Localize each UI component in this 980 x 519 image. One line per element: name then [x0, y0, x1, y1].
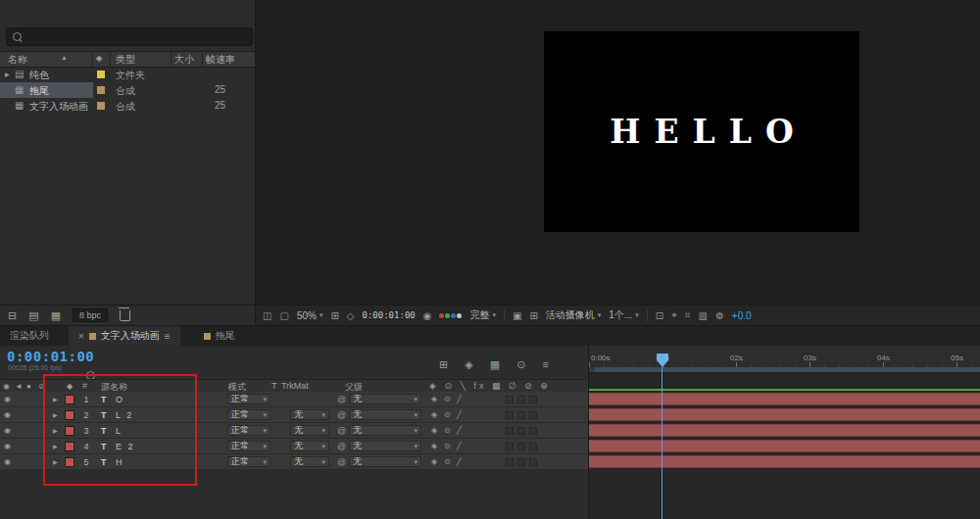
- sort-ascending-icon[interactable]: ▲: [61, 54, 68, 61]
- layer-name[interactable]: H: [116, 457, 124, 467]
- region-of-interest-icon[interactable]: ▣: [513, 310, 521, 321]
- column-type[interactable]: 类型: [116, 53, 135, 67]
- switch-box[interactable]: [506, 396, 514, 403]
- disclosure-icon[interactable]: ▶: [5, 71, 10, 77]
- layer-duration-bar[interactable]: [589, 424, 980, 437]
- layer-row-1[interactable]: ◉ ▶ 1 T O 正常▾ @ 无▾ ◈ ⊙ ╱: [0, 392, 588, 407]
- exposure-gear-icon[interactable]: ⚙: [715, 310, 724, 321]
- pickwhip-icon[interactable]: @: [337, 442, 346, 451]
- switch-box[interactable]: [529, 458, 537, 466]
- column-framerate[interactable]: 帧速率: [206, 53, 235, 67]
- parent-dropdown[interactable]: 无▾: [349, 441, 421, 451]
- visibility-eye-icon[interactable]: ◉: [4, 457, 11, 466]
- layer-color-chip[interactable]: [65, 410, 74, 420]
- timeline-panel-icon[interactable]: ▥: [698, 310, 707, 321]
- label-color-chip[interactable]: [97, 71, 105, 78]
- track-row-1[interactable]: [589, 392, 980, 407]
- layer-color-chip[interactable]: [65, 426, 74, 436]
- quality-icon[interactable]: ╱: [457, 426, 462, 435]
- fast-preview-icon[interactable]: ⌖: [671, 309, 677, 321]
- tab-text-entrance-animation[interactable]: × 文字入场动画 ≡: [69, 326, 180, 346]
- switch-box[interactable]: [517, 458, 525, 466]
- parent-dropdown[interactable]: 无▾: [349, 425, 421, 436]
- layer-duration-bar[interactable]: [589, 455, 980, 468]
- layer-duration-bar[interactable]: [589, 440, 980, 452]
- column-size[interactable]: 大小: [174, 53, 194, 67]
- mode-dropdown[interactable]: 正常▾: [227, 394, 270, 404]
- mask-visibility-icon[interactable]: ◇: [347, 310, 355, 321]
- switch-box[interactable]: [506, 458, 514, 466]
- layer-disclosure-icon[interactable]: ▶: [53, 458, 58, 465]
- project-item-text-anim[interactable]: ▦ 文字入场动画 合成 25: [0, 98, 255, 114]
- collapse-icon[interactable]: ◈: [431, 410, 437, 419]
- pickwhip-icon[interactable]: @: [337, 457, 346, 467]
- mode-dropdown[interactable]: 正常▾: [227, 425, 270, 436]
- tab-render-queue[interactable]: 渲染队列: [0, 326, 59, 346]
- visibility-eye-icon[interactable]: ◉: [4, 442, 11, 450]
- visibility-eye-icon[interactable]: ◉: [4, 395, 11, 403]
- exposure-value[interactable]: +0.0: [732, 310, 752, 321]
- label-tag-icon[interactable]: ◆: [67, 382, 73, 391]
- parent-dropdown[interactable]: 无▾: [349, 394, 421, 404]
- column-name[interactable]: 名称: [8, 53, 27, 67]
- preview-window-icon[interactable]: ▢: [279, 310, 288, 321]
- motion-blur-icon[interactable]: ⊙: [444, 426, 451, 435]
- mode-dropdown[interactable]: 正常▾: [227, 441, 270, 451]
- switch-box[interactable]: [517, 443, 525, 450]
- trkmat-dropdown[interactable]: 无▾: [290, 409, 329, 420]
- pickwhip-icon[interactable]: @: [337, 410, 346, 420]
- always-preview-icon[interactable]: ◫: [263, 310, 271, 321]
- transparency-grid-icon[interactable]: ⊞: [529, 310, 537, 321]
- pickwhip-icon[interactable]: @: [337, 426, 346, 436]
- timeline-current-time[interactable]: 0:00:01:00: [7, 349, 94, 364]
- motion-blur-icon[interactable]: ⊙: [444, 395, 451, 403]
- timeline-option-icons[interactable]: ⊞ ◈ ▦ ⊙ ≡: [439, 358, 556, 371]
- switch-box[interactable]: [517, 427, 525, 435]
- solo-column-icon[interactable]: ●: [26, 382, 31, 391]
- item-name[interactable]: 纯色: [29, 69, 49, 82]
- trkmat-dropdown[interactable]: 无▾: [290, 425, 329, 436]
- panel-menu-icon[interactable]: ≡: [165, 331, 171, 342]
- playhead-handle[interactable]: [657, 354, 668, 360]
- new-folder-icon[interactable]: ▤: [28, 309, 38, 322]
- layer-color-chip[interactable]: [65, 442, 74, 451]
- switch-box[interactable]: [517, 411, 525, 419]
- switch-box[interactable]: [506, 411, 514, 419]
- collapse-icon[interactable]: ◈: [431, 442, 437, 450]
- visibility-eye-icon[interactable]: ◉: [4, 426, 11, 435]
- switch-box[interactable]: [506, 443, 514, 450]
- snapshot-camera-icon[interactable]: ◉: [423, 310, 432, 321]
- interpret-footage-icon[interactable]: ⊟: [8, 309, 17, 322]
- collapse-icon[interactable]: ◈: [431, 457, 437, 466]
- mode-dropdown[interactable]: 正常▾: [227, 456, 270, 467]
- item-name[interactable]: 文字入场动画: [29, 100, 88, 114]
- magnification-dropdown[interactable]: 50% ▾: [297, 310, 323, 321]
- new-composition-icon[interactable]: ▦: [51, 309, 61, 322]
- layer-disclosure-icon[interactable]: ▶: [53, 411, 58, 418]
- tab-trail[interactable]: 拖尾: [194, 326, 245, 346]
- switches-column-icons[interactable]: ◈ ⊙ ╲ fx ▦ ∅ ⊘ ⊕: [429, 381, 551, 391]
- quality-icon[interactable]: ╱: [457, 442, 462, 450]
- column-trkmat-t[interactable]: T: [271, 381, 277, 391]
- switch-box[interactable]: [517, 396, 525, 403]
- layer-row-2[interactable]: ◉ ▶ 2 T L 2 正常▾ 无▾ @ 无▾ ◈ ⊙ ╱: [0, 407, 588, 423]
- layer-row-5[interactable]: ◉ ▶ 5 T H 正常▾ 无▾ @ 无▾ ◈ ⊙ ╱: [0, 454, 588, 470]
- layer-duration-bar[interactable]: [589, 393, 980, 405]
- current-time-display[interactable]: 0:00:01:00: [363, 310, 416, 320]
- flowchart-icon[interactable]: ⌗: [685, 309, 691, 321]
- parent-dropdown[interactable]: 无▾: [349, 456, 421, 467]
- layer-row-3[interactable]: ◉ ▶ 3 T L 正常▾ 无▾ @ 无▾ ◈ ⊙ ╱: [0, 423, 588, 439]
- motion-blur-icon[interactable]: ⊙: [444, 442, 451, 450]
- track-row-3[interactable]: [589, 423, 980, 439]
- lock-column-icon[interactable]: ⊘: [38, 382, 45, 391]
- layer-row-4[interactable]: ◉ ▶ 4 T E 2 正常▾ 无▾ @ 无▾ ◈ ⊙ ╱: [0, 439, 588, 454]
- time-ruler[interactable]: 0:00s 01s 02s 03s 04s 05s: [589, 346, 980, 368]
- layer-disclosure-icon[interactable]: ▶: [53, 443, 58, 449]
- motion-blur-icon[interactable]: ⊙: [444, 457, 451, 466]
- channels-icon[interactable]: [439, 313, 462, 318]
- playhead-line[interactable]: [662, 367, 662, 519]
- project-search-input[interactable]: [6, 27, 253, 46]
- playhead-handle-tip[interactable]: [657, 360, 668, 367]
- project-item-solids[interactable]: ▶ ▤ 纯色 文件夹: [0, 67, 255, 82]
- track-row-4[interactable]: [589, 439, 980, 454]
